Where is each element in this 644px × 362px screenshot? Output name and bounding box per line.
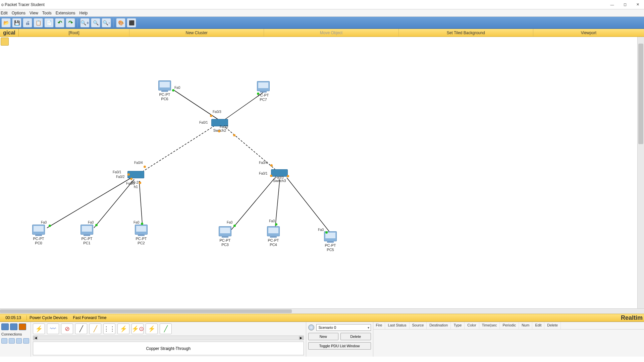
pdu-col-last[interactable]: Last Status [385, 322, 409, 329]
device-type: PC-PT [258, 93, 269, 97]
subcategory-icon[interactable] [23, 338, 29, 344]
console-cable-icon[interactable]: 〰 [47, 323, 59, 334]
zoom-out-icon[interactable]: 🔍- [102, 18, 111, 27]
new-cluster-button[interactable]: New Cluster [129, 29, 264, 37]
toggle-pdu-list-button[interactable]: Toggle PDU List Window [308, 342, 371, 350]
svg-line-0 [174, 90, 219, 120]
paste-icon[interactable]: 📄 [44, 18, 54, 27]
minimize-button[interactable]: — [606, 0, 619, 9]
menubar: Edit Options View Tools Extensions Help [0, 9, 644, 17]
device-label: PC1 [83, 241, 90, 245]
workspace-canvas[interactable]: Switch2 Fa0/3 Fa0/1 Fa0/2 50-24h1 Fa0/4 … [0, 37, 644, 308]
device-pc2[interactable]: PC-PTPC2 [135, 225, 148, 245]
scrollbar-thumb[interactable] [0, 309, 292, 313]
copy-icon[interactable]: 📋 [34, 18, 43, 27]
phone-cable-icon[interactable]: ⚡ [117, 323, 129, 334]
pdu-col-edit[interactable]: Edit [532, 322, 544, 329]
scenario-select[interactable]: Scenario 0 [316, 324, 371, 331]
auto-cable-icon[interactable]: ⚡ [33, 323, 45, 334]
device-pc4[interactable]: PC-PTPC4 [267, 226, 280, 247]
category-icon[interactable] [19, 323, 26, 330]
pc-icon [267, 226, 280, 236]
scenario-new-button[interactable]: New [308, 333, 339, 340]
logical-mode-label[interactable]: gical [0, 29, 19, 37]
close-button[interactable]: ✕ [631, 0, 644, 9]
subcategory-icon[interactable] [1, 338, 7, 344]
zoom-reset-icon[interactable]: 🔍 [91, 18, 100, 27]
move-object-button[interactable]: Move Object [264, 29, 398, 37]
port-label: Fa0 [88, 221, 94, 224]
redo-icon[interactable]: ↷ [66, 18, 75, 27]
root-button[interactable]: [Root] [19, 29, 129, 37]
undo-icon[interactable]: ↶ [55, 18, 64, 27]
device-switch1[interactable]: 50-24h1 [127, 171, 144, 189]
subcategory-icon[interactable] [9, 338, 15, 344]
pdu-col-type[interactable]: Type [451, 322, 465, 329]
category-icon[interactable] [10, 323, 17, 330]
connection-tools-panel: ⚡ 〰 ⊘ ╱ ╱ ⋮⋮ ⚡ ⚡⊙ ⚡ ╱ ◀ ▶ Copper Straigh… [31, 322, 306, 357]
port-label: Fa0 [133, 221, 139, 224]
device-pc5[interactable]: PC-PTPC5 [324, 231, 337, 252]
serial-dte-icon[interactable]: ╱ [160, 323, 172, 334]
power-cycle-button[interactable]: Power Cycle Devices [27, 314, 70, 321]
scenario-delete-button[interactable]: Delete [340, 333, 371, 340]
device-pc1[interactable]: PC-PTPC1 [80, 225, 93, 245]
menu-options[interactable]: Options [12, 11, 25, 15]
menu-help[interactable]: Help [79, 11, 88, 15]
pdu-col-source[interactable]: Source [410, 322, 427, 329]
subcategory-icon[interactable] [16, 338, 22, 344]
menu-tools[interactable]: Tools [42, 11, 52, 15]
device-pc0[interactable]: PC-PTPC0 [32, 225, 45, 245]
no-cable-icon[interactable]: ⊘ [61, 323, 73, 334]
pdu-col-num[interactable]: Num [519, 322, 532, 329]
crossover-cable-icon[interactable]: ╱ [89, 323, 101, 334]
menu-extensions[interactable]: Extensions [56, 11, 75, 15]
coax-cable-icon[interactable]: ⚡⊙ [131, 323, 144, 334]
device-pc7[interactable]: PC-PTPC7 [257, 81, 270, 102]
straight-cable-icon[interactable]: ╱ [75, 323, 87, 334]
print-icon[interactable]: 🖨 [23, 18, 32, 27]
pdu-col-delete[interactable]: Delete [544, 322, 561, 329]
horizontal-scrollbar[interactable] [0, 308, 644, 314]
link-status-amber-icon [270, 175, 272, 177]
device-type: PC-PT [220, 238, 231, 242]
pdu-col-periodic[interactable]: Periodic [500, 322, 519, 329]
link-status-green-icon [257, 93, 259, 95]
custom-device-icon[interactable]: ⬛ [127, 18, 136, 27]
menu-edit[interactable]: Edit [1, 11, 8, 15]
pdu-col-time[interactable]: Time(sec [479, 322, 500, 329]
link-status-green-icon [141, 223, 143, 225]
zoom-in-icon[interactable]: 🔍+ [80, 18, 90, 27]
scroll-right-icon[interactable]: ▶ [299, 336, 304, 340]
device-label: PC0 [35, 241, 42, 245]
save-icon[interactable]: 💾 [12, 18, 21, 27]
viewport-button[interactable]: Viewport [533, 29, 644, 37]
window-title: o Packet Tracer Student [1, 2, 606, 7]
scenario-globe-icon [308, 324, 314, 330]
pdu-col-destination[interactable]: Destination [427, 322, 451, 329]
fast-forward-button[interactable]: Fast Forward Time [70, 314, 109, 321]
device-pc6[interactable]: PC-PTPC6 [158, 80, 171, 101]
device-label: PC5 [327, 248, 334, 252]
maximize-button[interactable]: ◻ [619, 0, 631, 9]
draw-palette-icon[interactable]: 🎨 [116, 18, 125, 27]
pdu-col-fire[interactable]: Fire [373, 322, 385, 329]
menu-view[interactable]: View [30, 11, 38, 15]
open-icon[interactable]: 📂 [1, 18, 11, 27]
cluster-badge-icon[interactable] [1, 38, 9, 46]
vertical-scrollbar[interactable] [637, 37, 644, 308]
link-status-amber-icon [127, 173, 130, 176]
fiber-cable-icon[interactable]: ⋮⋮ [103, 323, 115, 334]
category-icon[interactable] [1, 323, 9, 330]
scroll-left-icon[interactable]: ◀ [33, 336, 38, 340]
tool-scrollbar[interactable]: ◀ ▶ [33, 336, 304, 340]
tiled-background-button[interactable]: Set Tiled Background [399, 29, 533, 37]
realtime-mode-label[interactable]: Realtim [621, 314, 644, 321]
device-pc3[interactable]: PC-PTPC3 [219, 226, 231, 247]
connection-wires [0, 37, 644, 308]
serial-dce-icon[interactable]: ⚡ [146, 323, 158, 334]
pc-icon [135, 225, 148, 235]
device-label: PC4 [270, 243, 277, 247]
scrollbar-thumb[interactable] [638, 44, 643, 144]
pdu-col-color[interactable]: Color [465, 322, 479, 329]
